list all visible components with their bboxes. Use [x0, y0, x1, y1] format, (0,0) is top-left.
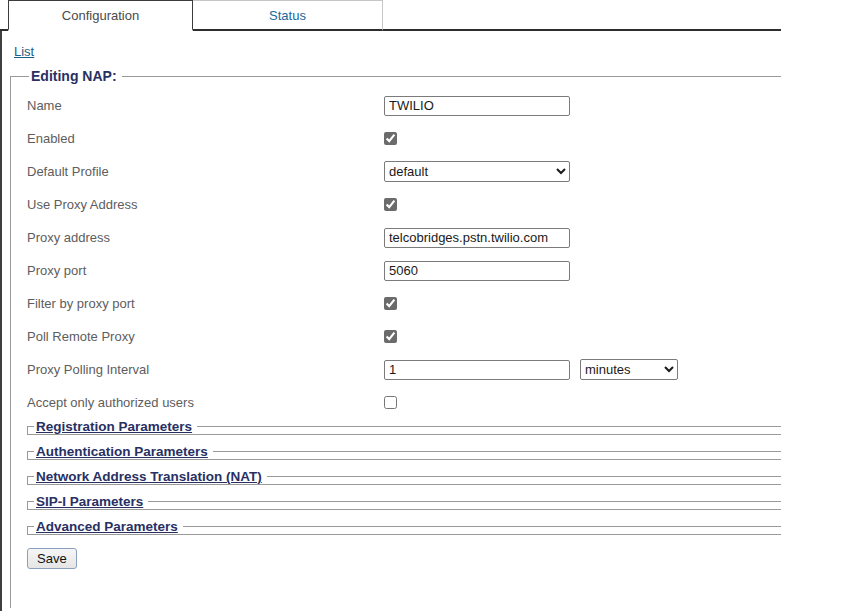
collapsed-sections: Registration ParametersAuthentication Pa… [27, 419, 781, 535]
section-link-authentication-parameters[interactable]: Authentication Parameters [36, 444, 208, 459]
section-legend-advanced-parameters: Advanced Parameters [34, 519, 183, 534]
editing-nap-fieldset: Editing NAP: NameEnabledDefault Profiled… [10, 68, 781, 608]
proxy-address-label: Proxy address [27, 230, 384, 245]
default-profile-control: default [384, 161, 570, 182]
field-row-poll-remote-proxy: Poll Remote Proxy [27, 320, 781, 353]
proxy-address-input[interactable] [384, 228, 570, 248]
field-row-filter-by-proxy-port: Filter by proxy port [27, 287, 781, 320]
section-fieldset-advanced-parameters: Advanced Parameters [27, 519, 781, 535]
field-row-use-proxy-address: Use Proxy Address [27, 188, 781, 221]
field-row-proxy-polling-interval: Proxy Polling Intervalminutes [27, 353, 781, 386]
app-window: Configuration Status List Editing NAP: N… [0, 0, 846, 611]
section-link-sip-i-parameters[interactable]: SIP-I Parameters [36, 494, 143, 509]
tab-bar: Configuration Status [0, 0, 781, 31]
name-input[interactable] [384, 96, 570, 116]
list-link[interactable]: List [14, 44, 34, 59]
default-profile-label: Default Profile [27, 164, 384, 179]
field-row-proxy-address: Proxy address [27, 221, 781, 254]
section-link-advanced-parameters[interactable]: Advanced Parameters [36, 519, 178, 534]
section-fieldset-sip-i-parameters: SIP-I Parameters [27, 494, 781, 510]
section-legend-registration-parameters: Registration Parameters [34, 419, 197, 434]
field-row-accept-only-authorized-users: Accept only authorized users [27, 386, 781, 419]
section-fieldset-network-address-translation-nat: Network Address Translation (NAT) [27, 469, 781, 485]
filter-by-proxy-port-label: Filter by proxy port [27, 296, 384, 311]
proxy-port-control [384, 261, 570, 281]
proxy-port-label: Proxy port [27, 263, 384, 278]
form-rows: NameEnabledDefault ProfiledefaultUse Pro… [27, 89, 781, 419]
field-row-name: Name [27, 89, 781, 122]
filter-by-proxy-port-control [384, 297, 397, 310]
tab-configuration[interactable]: Configuration [8, 0, 193, 31]
poll-remote-proxy-label: Poll Remote Proxy [27, 329, 384, 344]
section-fieldset-authentication-parameters: Authentication Parameters [27, 444, 781, 460]
proxy-polling-interval-control: minutes [384, 359, 678, 380]
section-legend-sip-i-parameters: SIP-I Parameters [34, 494, 148, 509]
content-frame: Configuration Status List Editing NAP: N… [0, 0, 781, 611]
use-proxy-address-checkbox[interactable] [384, 198, 397, 211]
section-link-registration-parameters[interactable]: Registration Parameters [36, 419, 192, 434]
accept-only-authorized-users-label: Accept only authorized users [27, 395, 384, 410]
tab-status[interactable]: Status [193, 0, 383, 31]
section-legend-authentication-parameters: Authentication Parameters [34, 444, 213, 459]
field-row-default-profile: Default Profiledefault [27, 155, 781, 188]
filter-by-proxy-port-checkbox[interactable] [384, 297, 397, 310]
section-link-network-address-translation-nat[interactable]: Network Address Translation (NAT) [36, 469, 262, 484]
field-row-enabled: Enabled [27, 122, 781, 155]
accept-only-authorized-users-checkbox[interactable] [384, 396, 397, 409]
proxy-address-control [384, 228, 570, 248]
use-proxy-address-label: Use Proxy Address [27, 197, 384, 212]
proxy-port-input[interactable] [384, 261, 570, 281]
content-pane: List Editing NAP: NameEnabledDefault Pro… [0, 31, 781, 611]
poll-remote-proxy-checkbox[interactable] [384, 330, 397, 343]
enabled-checkbox[interactable] [384, 132, 397, 145]
proxy-polling-interval-label: Proxy Polling Interval [27, 362, 384, 377]
enabled-control [384, 132, 397, 145]
tab-bar-fill [383, 0, 781, 31]
section-fieldset-registration-parameters: Registration Parameters [27, 419, 781, 435]
section-legend-network-address-translation-nat: Network Address Translation (NAT) [34, 469, 267, 484]
proxy-polling-interval-input[interactable] [384, 360, 570, 380]
save-button[interactable]: Save [27, 548, 77, 569]
accept-only-authorized-users-control [384, 396, 397, 409]
name-control [384, 96, 570, 116]
enabled-label: Enabled [27, 131, 384, 146]
poll-remote-proxy-control [384, 330, 397, 343]
name-label: Name [27, 98, 384, 113]
field-row-proxy-port: Proxy port [27, 254, 781, 287]
use-proxy-address-control [384, 198, 397, 211]
tab-bar-lead [0, 0, 8, 31]
editing-nap-legend: Editing NAP: [29, 68, 122, 84]
proxy-polling-interval-unit-select[interactable]: minutes [580, 359, 678, 380]
default-profile-select[interactable]: default [384, 161, 570, 182]
